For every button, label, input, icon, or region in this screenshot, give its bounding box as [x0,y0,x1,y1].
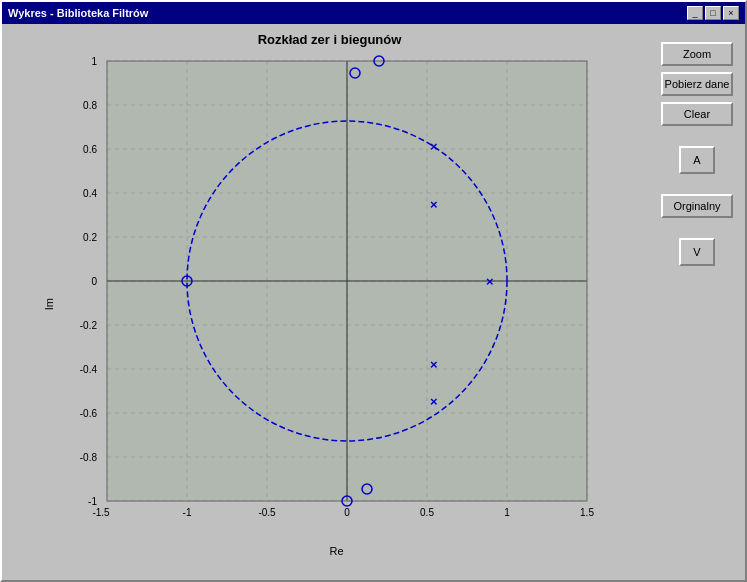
y-tick-9: -0.8 [79,452,97,463]
pole-marker-3: × [486,274,494,289]
zoom-button[interactable]: Zoom [661,42,733,66]
y-tick-10: -1 [88,496,97,507]
x-tick-5: 1 [504,507,510,518]
pole-marker-5: × [430,394,438,409]
content-area: Rozkład zer i biegunów Im [2,24,745,580]
plot-wrapper: × × × × × -1.5 -1 -0.5 [57,51,617,557]
y-tick-3: 0.4 [83,188,97,199]
y-tick-5: 0 [91,276,97,287]
titlebar-buttons: _ □ × [687,6,739,20]
pole-marker-4: × [430,357,438,372]
y-tick-8: -0.6 [79,408,97,419]
window-title: Wykres - Biblioteka Filtrów [8,7,148,19]
chart-area: Rozkład zer i biegunów Im [10,32,649,572]
pole-marker-1: × [430,139,438,154]
a-button[interactable]: A [679,146,715,174]
chart-title: Rozkład zer i biegunów [258,32,402,47]
sidebar: Zoom Pobierz dane Clear A Orginalny V [657,32,737,572]
x-tick-1: -1 [182,507,191,518]
maximize-button[interactable]: □ [705,6,721,20]
x-axis-label: Re [57,545,617,557]
x-tick-6: 1.5 [580,507,594,518]
y-axis-label: Im [43,298,55,310]
y-tick-4: 0.2 [83,232,97,243]
close-button[interactable]: × [723,6,739,20]
minimize-button[interactable]: _ [687,6,703,20]
main-window: Wykres - Biblioteka Filtrów _ □ × Rozkła… [0,0,747,582]
orginalny-button[interactable]: Orginalny [661,194,733,218]
x-tick-3: 0 [344,507,350,518]
chart-container: Im [43,51,617,557]
titlebar: Wykres - Biblioteka Filtrów _ □ × [2,2,745,24]
y-tick-1: 0.8 [83,100,97,111]
x-tick-4: 0.5 [420,507,434,518]
pobierz-button[interactable]: Pobierz dane [661,72,733,96]
y-tick-2: 0.6 [83,144,97,155]
pole-marker-2: × [430,197,438,212]
y-tick-6: -0.2 [79,320,97,331]
x-tick-0: -1.5 [92,507,110,518]
plot-svg-container: × × × × × -1.5 -1 -0.5 [57,51,617,543]
y-tick-0: 1 [91,56,97,67]
y-tick-7: -0.4 [79,364,97,375]
x-tick-2: -0.5 [258,507,276,518]
v-button[interactable]: V [679,238,715,266]
plot-svg: × × × × × -1.5 -1 -0.5 [57,51,617,541]
clear-button[interactable]: Clear [661,102,733,126]
